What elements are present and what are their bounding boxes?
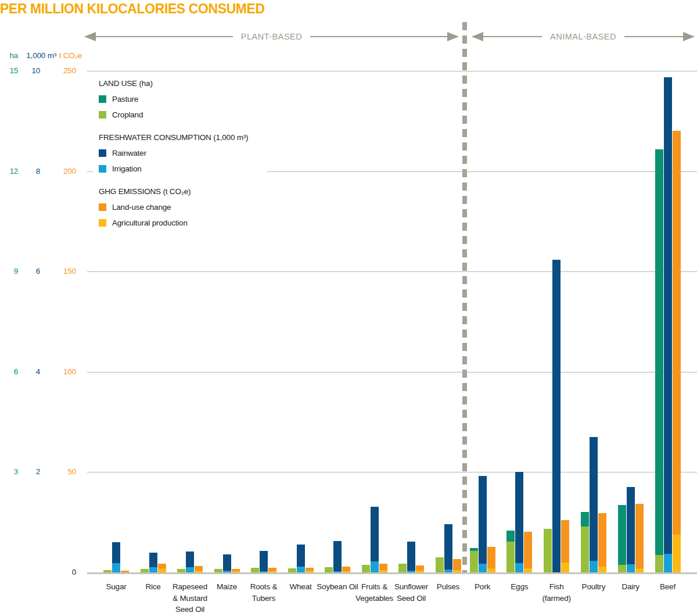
ghg-bar [453,559,461,572]
freshwater-bar [515,472,523,572]
bar-group-fruits-vegetables [362,507,387,572]
land-use-bar [581,512,589,572]
land-use-change-segment [487,547,495,568]
agricultural-production-segment [598,567,606,572]
cropland-segment [436,557,444,572]
land-use-change-segment [524,532,532,568]
ghg-bar [561,520,569,572]
bar-group-sunflower-seed-oil [398,542,424,572]
cropland-segment [470,551,478,572]
cropland-segment [103,570,112,572]
legend-item: Agricultural production [99,219,259,227]
cropland-segment [544,529,552,572]
agricultural-production-segment [453,570,461,572]
legend-section-title: LAND USE (ha) [99,79,259,88]
legend: LAND USE (ha)PastureCroplandFRESHWATER C… [93,77,267,243]
cropland-segment [362,565,370,572]
irrigation-segment [223,571,231,572]
arrow-left-icon [472,32,483,41]
agricultural-production-segment [635,568,644,572]
land-use-bar [288,568,296,572]
arrow-left-icon [84,32,96,41]
legend-item-label: Agricultural production [112,219,188,227]
agricultural-production-segment [561,563,569,572]
cropland-segment [288,568,296,572]
pasture-segment [618,505,626,565]
legend-swatch-icon [99,111,106,119]
land-use-change-segment [121,571,129,572]
ghg-bar [487,547,495,572]
legend-item-label: Rainwater [112,149,146,157]
cropland-segment [141,569,149,572]
environmental-impact-chart: PER MILLION KILOCALORIES CONSUMED PLANT-… [0,0,697,616]
tick-water: 2 [36,467,40,476]
ghg-bar [379,564,387,572]
freshwater-bar [371,507,379,572]
legend-item-label: Irrigation [112,164,142,173]
arrow-right-icon [683,32,695,41]
rainwater-segment [664,77,672,554]
legend-item: Pasture [99,95,259,103]
agricultural-production-segment [524,568,532,572]
freshwater-bar [223,554,231,572]
irrigation-segment [371,561,379,572]
legend-item-label: Pasture [112,95,138,103]
freshwater-bar [333,541,342,572]
pasture-segment [581,512,589,527]
bar-group-dairy [618,487,644,572]
legend-item-label: Cropland [112,110,143,119]
agricultural-production-segment [416,571,424,572]
land-use-change-segment [195,566,203,571]
tick-ghg: 100 [63,367,76,376]
legend-item: Cropland [99,110,259,119]
cropland-segment [325,567,333,572]
rainwater-segment [552,260,561,572]
ghg-bar [673,131,681,572]
ghg-bar [598,513,606,573]
ghg-bar [232,569,240,572]
axis-unit-water: 1,000 m³ [26,51,56,60]
land-use-change-segment [158,564,166,568]
land-use-bar [325,567,333,572]
bar-group-wheat [288,545,314,572]
plant-based-range-arrow: PLANT-BASED [84,31,459,42]
ghg-bar [416,565,424,572]
legend-swatch-icon [99,149,106,157]
freshwater-bar [186,551,194,572]
irrigation-segment [444,570,452,572]
bar-group-maize [214,554,240,572]
ghg-bar [635,504,644,572]
legend-item: Irrigation [99,164,259,173]
cropland-segment [655,555,663,572]
axis-unit-ghg: t CO₂e [59,51,82,60]
legend-swatch-icon [99,165,106,173]
axis-unit-land: ha [9,51,18,60]
cropland-segment [398,564,407,572]
tick-water: 6 [36,267,40,275]
tick-water: 4 [36,367,40,376]
rainwater-segment [407,542,415,571]
agricultural-production-segment [342,571,350,572]
legend-section: GHG EMISSIONS (t CO₂e)Land-use changeAgr… [99,187,259,227]
tick-ghg: 150 [63,267,76,275]
land-use-bar [103,570,112,572]
ghg-bar [306,568,314,572]
land-use-bar [618,505,626,572]
pasture-segment [655,149,663,555]
land-use-bar [251,568,259,572]
agricultural-production-segment [379,570,387,572]
agricultural-production-segment [158,568,166,572]
land-use-bar [214,569,222,572]
irrigation-segment [407,571,415,572]
land-use-bar [141,569,149,572]
freshwater-bar [590,437,598,572]
tick-land: 3 [14,467,18,476]
land-use-bar [470,548,478,572]
freshwater-bar [260,551,268,572]
land-use-change-segment [598,513,606,567]
freshwater-bar [552,260,561,572]
tick-land: 12 [9,167,18,176]
arrow-right-icon [447,32,459,41]
cropland-segment [618,565,626,572]
freshwater-bar [112,542,120,572]
